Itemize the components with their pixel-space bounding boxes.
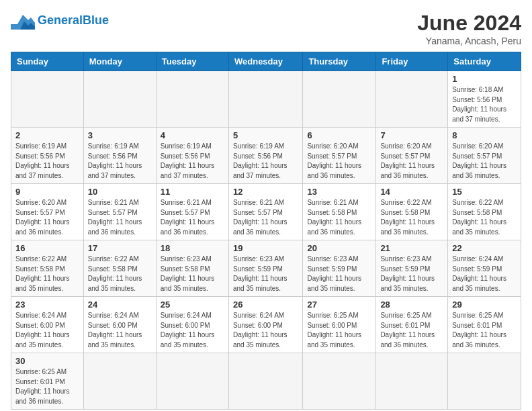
day-info: Sunrise: 6:21 AMSunset: 5:57 PMDaylight:… — [161, 198, 224, 237]
calendar-cell — [83, 71, 156, 128]
weekday-header-thursday: Thursday — [303, 52, 376, 71]
calendar-cell: 14Sunrise: 6:22 AMSunset: 5:58 PMDayligh… — [376, 184, 448, 240]
logo: GeneralBlue — [11, 11, 109, 30]
month-title: June 2024 — [417, 11, 521, 36]
day-number: 2 — [15, 130, 79, 140]
calendar-cell: 8Sunrise: 6:20 AMSunset: 5:57 PMDaylight… — [448, 128, 521, 184]
day-number: 7 — [380, 130, 443, 140]
calendar-cell: 11Sunrise: 6:21 AMSunset: 5:57 PMDayligh… — [156, 184, 228, 240]
day-number: 25 — [161, 300, 224, 310]
calendar-cell: 24Sunrise: 6:24 AMSunset: 6:00 PMDayligh… — [83, 297, 156, 353]
day-number: 3 — [88, 130, 152, 140]
day-number: 24 — [88, 300, 152, 310]
calendar-week-row: 16Sunrise: 6:22 AMSunset: 5:58 PMDayligh… — [11, 240, 521, 297]
calendar-cell — [376, 353, 448, 410]
day-info: Sunrise: 6:24 AMSunset: 6:00 PMDaylight:… — [15, 311, 79, 350]
day-info: Sunrise: 6:21 AMSunset: 5:57 PMDaylight:… — [233, 198, 298, 237]
day-number: 11 — [161, 187, 224, 197]
day-number: 20 — [307, 243, 371, 253]
day-info: Sunrise: 6:19 AMSunset: 5:56 PMDaylight:… — [233, 142, 298, 181]
day-number: 15 — [452, 187, 517, 197]
calendar-cell: 3Sunrise: 6:19 AMSunset: 5:56 PMDaylight… — [83, 128, 156, 184]
weekday-header-monday: Monday — [83, 52, 156, 71]
title-block: June 2024 Yanama, Ancash, Peru — [417, 11, 521, 46]
calendar-week-row: 1Sunrise: 6:18 AMSunset: 5:56 PMDaylight… — [11, 71, 521, 128]
calendar-cell: 22Sunrise: 6:24 AMSunset: 5:59 PMDayligh… — [448, 240, 521, 297]
weekday-header-row: SundayMondayTuesdayWednesdayThursdayFrid… — [11, 52, 521, 71]
calendar-cell: 5Sunrise: 6:19 AMSunset: 5:56 PMDaylight… — [228, 128, 302, 184]
calendar-cell — [228, 71, 302, 128]
day-info: Sunrise: 6:19 AMSunset: 5:56 PMDaylight:… — [88, 142, 152, 181]
calendar-cell: 20Sunrise: 6:23 AMSunset: 5:59 PMDayligh… — [303, 240, 376, 297]
calendar-cell: 17Sunrise: 6:22 AMSunset: 5:58 PMDayligh… — [83, 240, 156, 297]
day-info: Sunrise: 6:19 AMSunset: 5:56 PMDaylight:… — [161, 142, 224, 181]
calendar-week-row: 2Sunrise: 6:19 AMSunset: 5:56 PMDaylight… — [11, 128, 521, 184]
day-info: Sunrise: 6:20 AMSunset: 5:57 PMDaylight:… — [307, 142, 371, 181]
day-info: Sunrise: 6:24 AMSunset: 5:59 PMDaylight:… — [452, 255, 517, 293]
calendar-cell: 29Sunrise: 6:25 AMSunset: 6:01 PMDayligh… — [448, 297, 521, 353]
calendar-cell — [156, 71, 228, 128]
calendar-cell — [303, 71, 376, 128]
calendar-cell: 30Sunrise: 6:25 AMSunset: 6:01 PMDayligh… — [11, 353, 84, 410]
day-info: Sunrise: 6:24 AMSunset: 6:00 PMDaylight:… — [161, 311, 224, 350]
calendar-cell — [83, 353, 156, 410]
day-info: Sunrise: 6:23 AMSunset: 5:59 PMDaylight:… — [380, 255, 443, 293]
day-info: Sunrise: 6:24 AMSunset: 6:00 PMDaylight:… — [88, 311, 152, 350]
calendar-cell: 23Sunrise: 6:24 AMSunset: 6:00 PMDayligh… — [11, 297, 84, 353]
day-info: Sunrise: 6:23 AMSunset: 5:59 PMDaylight:… — [307, 255, 371, 293]
day-number: 19 — [233, 243, 298, 253]
day-info: Sunrise: 6:24 AMSunset: 6:00 PMDaylight:… — [233, 311, 298, 350]
weekday-header-sunday: Sunday — [11, 52, 84, 71]
day-info: Sunrise: 6:25 AMSunset: 6:00 PMDaylight:… — [307, 311, 371, 350]
calendar-cell: 16Sunrise: 6:22 AMSunset: 5:58 PMDayligh… — [11, 240, 84, 297]
day-info: Sunrise: 6:25 AMSunset: 6:01 PMDaylight:… — [15, 367, 79, 406]
calendar-week-row: 23Sunrise: 6:24 AMSunset: 6:00 PMDayligh… — [11, 297, 521, 353]
day-info: Sunrise: 6:23 AMSunset: 5:59 PMDaylight:… — [233, 255, 298, 293]
day-number: 8 — [452, 130, 517, 140]
day-number: 10 — [88, 187, 152, 197]
day-number: 9 — [15, 187, 79, 197]
calendar-cell: 15Sunrise: 6:22 AMSunset: 5:58 PMDayligh… — [448, 184, 521, 240]
day-number: 30 — [15, 356, 79, 366]
day-info: Sunrise: 6:18 AMSunset: 5:56 PMDaylight:… — [452, 85, 517, 124]
day-number: 28 — [380, 300, 443, 310]
day-info: Sunrise: 6:21 AMSunset: 5:58 PMDaylight:… — [307, 198, 371, 237]
calendar-cell: 18Sunrise: 6:23 AMSunset: 5:58 PMDayligh… — [156, 240, 228, 297]
calendar-cell: 21Sunrise: 6:23 AMSunset: 5:59 PMDayligh… — [376, 240, 448, 297]
location: Yanama, Ancash, Peru — [417, 36, 521, 46]
logo-text: GeneralBlue — [38, 13, 109, 28]
day-info: Sunrise: 6:20 AMSunset: 5:57 PMDaylight:… — [15, 198, 79, 237]
calendar-cell: 19Sunrise: 6:23 AMSunset: 5:59 PMDayligh… — [228, 240, 302, 297]
calendar-cell: 1Sunrise: 6:18 AMSunset: 5:56 PMDaylight… — [448, 71, 521, 128]
weekday-header-saturday: Saturday — [448, 52, 521, 71]
day-number: 17 — [88, 243, 152, 253]
day-number: 1 — [452, 74, 517, 84]
calendar-week-row: 9Sunrise: 6:20 AMSunset: 5:57 PMDaylight… — [11, 184, 521, 240]
calendar-cell: 4Sunrise: 6:19 AMSunset: 5:56 PMDaylight… — [156, 128, 228, 184]
day-info: Sunrise: 6:25 AMSunset: 6:01 PMDaylight:… — [452, 311, 517, 350]
day-number: 27 — [307, 300, 371, 310]
day-info: Sunrise: 6:19 AMSunset: 5:56 PMDaylight:… — [15, 142, 79, 181]
calendar-cell: 28Sunrise: 6:25 AMSunset: 6:01 PMDayligh… — [376, 297, 448, 353]
day-number: 26 — [233, 300, 298, 310]
calendar-cell: 6Sunrise: 6:20 AMSunset: 5:57 PMDaylight… — [303, 128, 376, 184]
day-number: 23 — [15, 300, 79, 310]
calendar-cell: 2Sunrise: 6:19 AMSunset: 5:56 PMDaylight… — [11, 128, 84, 184]
day-info: Sunrise: 6:20 AMSunset: 5:57 PMDaylight:… — [452, 142, 517, 181]
weekday-header-wednesday: Wednesday — [228, 52, 302, 71]
page-header: GeneralBlue June 2024 Yanama, Ancash, Pe… — [11, 11, 521, 46]
day-info: Sunrise: 6:22 AMSunset: 5:58 PMDaylight:… — [452, 198, 517, 237]
day-number: 16 — [15, 243, 79, 253]
day-info: Sunrise: 6:25 AMSunset: 6:01 PMDaylight:… — [380, 311, 443, 350]
day-number: 21 — [380, 243, 443, 253]
calendar-table: SundayMondayTuesdayWednesdayThursdayFrid… — [11, 52, 521, 410]
day-number: 12 — [233, 187, 298, 197]
day-info: Sunrise: 6:22 AMSunset: 5:58 PMDaylight:… — [380, 198, 443, 237]
calendar-cell: 26Sunrise: 6:24 AMSunset: 6:00 PMDayligh… — [228, 297, 302, 353]
day-number: 5 — [233, 130, 298, 140]
calendar-cell — [303, 353, 376, 410]
calendar-cell: 12Sunrise: 6:21 AMSunset: 5:57 PMDayligh… — [228, 184, 302, 240]
day-number: 29 — [452, 300, 517, 310]
calendar-cell — [376, 71, 448, 128]
calendar-cell — [448, 353, 521, 410]
